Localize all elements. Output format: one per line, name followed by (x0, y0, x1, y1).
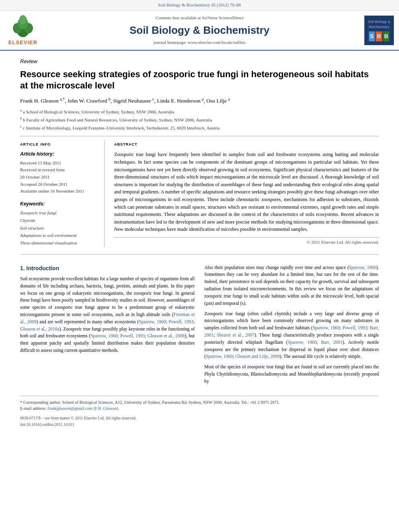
ref-gleason-lilje-2009[interactable]: Gleason and Lilje, 2009 (235, 354, 280, 359)
intro-paragraph-3: Zoosporic true fungi (often called chytr… (204, 310, 379, 361)
intro-right-text: Also their population sizes may change r… (204, 264, 379, 385)
intro-left-column: 1. Introduction Soil ecosystems provide … (20, 264, 195, 388)
issn-line: 0038-0717/$ – see front matter © 2011 El… (20, 415, 379, 421)
ref-sparrow-1960-6[interactable]: Sparrow, 1960 (206, 354, 233, 359)
abstract-label: abstract (114, 140, 379, 148)
keyword-4: Adaptations to soil environment (20, 232, 98, 239)
section-divider (20, 254, 379, 255)
journal-center-info: Contents lists available at SciVerse Sci… (41, 15, 358, 46)
elsevier-brand-text: ELSEVIER (8, 39, 37, 47)
keyword-3: Soil structure (20, 224, 98, 232)
intro-paragraph-1: Soil ecosystems provide excellent habita… (20, 275, 195, 354)
article-type: Review (20, 58, 379, 66)
article-info-abstract-section: article info Article history: Received 1… (20, 140, 379, 247)
keywords-heading: Keywords: (20, 201, 98, 207)
ref-sparrow-1960-5[interactable]: Sparrow, 1960 (288, 340, 317, 345)
affiliation-c: c c Institute of Microbiology, Leopold F… (20, 123, 379, 131)
journal-header: ELSEVIER Contents lists available at Sci… (0, 11, 399, 51)
affiliations: a a School of Biological Sciences, Unive… (20, 107, 379, 132)
journal-citation-text: Soil Biology & Biochemistry 45 (2012) 79… (158, 2, 241, 7)
sciverse-line: Contents lists available at SciVerse Sci… (41, 15, 358, 21)
keyword-2: Chytrids (20, 217, 98, 224)
copyright-line: © 2011 Elsevier Ltd. All rights reserved… (114, 237, 379, 246)
bottom-info: 0038-0717/$ – see front matter © 2011 El… (20, 415, 379, 428)
ref-powell-1993-1[interactable]: Powell, 1993 (169, 319, 193, 324)
ref-shearer-2007[interactable]: Shearer et al., 2007 (217, 333, 255, 337)
article-info-column: article info Article history: Received 1… (20, 140, 105, 247)
abstract-text: Zoosporic true fungi have frequently bee… (114, 151, 379, 233)
sciverse-text: Contents lists available at SciVerse Sci… (156, 15, 243, 20)
ref-sparrow-1960-1[interactable]: Sparrow, 1960 (139, 319, 166, 324)
ref-barr-2001-2[interactable]: Barr, 2001 (321, 340, 343, 345)
intro-paragraph-2: Also their population sizes may change r… (204, 264, 379, 307)
keywords-section: Keywords: Zoosporic true fungi Chytrids … (20, 201, 98, 247)
footnotes-section: * Corresponding author. School of Biolog… (20, 396, 379, 412)
intro-heading: 1. Introduction (20, 264, 195, 272)
intro-right-column: Also their population sizes may change r… (204, 264, 379, 388)
svg-point-5 (19, 15, 27, 24)
authors-text: Frank H. Gleason a,*, John W. Crawford b… (20, 98, 230, 104)
ref-sparrow-1960-3[interactable]: Sparrow, 1960 (349, 265, 376, 270)
affiliation-a: a a School of Biological Sciences, Unive… (20, 107, 379, 115)
email-link[interactable]: frankjgleason@gmail.com (F.H. Gleason). (47, 406, 119, 411)
abstract-column: abstract Zoosporic true fungi have frequ… (114, 140, 379, 247)
email-note: E-mail address: frankjgleason@gmail.com … (20, 405, 379, 412)
header-divider (20, 136, 379, 136)
ref-sparrow-1960-2[interactable]: Sparrow, 1960 (90, 333, 117, 338)
article-title: Resource seeking strategies of zoosporic… (20, 69, 379, 92)
ref-powell-1993-3[interactable]: Powell, 1993 (342, 325, 367, 330)
keyword-5: Three-dimensional visualisation (20, 239, 98, 247)
affiliation-b: b b Faculty of Agriculture Food and Natu… (20, 115, 379, 123)
keywords-list: Zoosporic true fungi Chytrids Soil struc… (20, 209, 98, 246)
received-date: Received 13 May 2011 (20, 160, 98, 167)
doi-line: doi:10.1016/j.soilbio.2011.10.011 (20, 421, 379, 428)
corresponding-author-note: * Corresponding author. School of Biolog… (20, 399, 379, 406)
article-info-label: article info (20, 140, 98, 148)
journal-logo-box: Soil Biology & Biochemistry S B B (364, 15, 394, 45)
journal-homepage: journal homepage: www.elsevier.com/locat… (41, 39, 358, 46)
intro-left-text: Soil ecosystems provide excellent habita… (20, 275, 195, 354)
ref-gleason-2008[interactable]: Gleason et al., 2008 (147, 333, 185, 338)
received-revised-date: Received in revised formReceived in revi… (20, 166, 98, 181)
ref-gleason-2010a[interactable]: Gleason et al., 2010a (20, 327, 59, 331)
history-heading: Article history: (20, 151, 98, 158)
abstract-paragraph: Zoosporic true fungi have frequently bee… (114, 151, 379, 233)
journal-logo-right: Soil Biology & Biochemistry S B B (358, 15, 394, 45)
elsevier-logo: ELSEVIER (5, 14, 41, 47)
email-label: E-mail address: (20, 406, 47, 411)
intro-paragraph-4: Most of the species of zoosporic true fu… (204, 364, 379, 385)
available-date: Available online 10 November 2011 (20, 188, 98, 195)
elsevier-tree-icon (9, 14, 37, 38)
page-content: Review Resource seeking strategies of zo… (0, 58, 399, 428)
journal-title: Soil Biology & Biochemistry (41, 23, 358, 38)
journal-citation-line: Soil Biology & Biochemistry 45 (2012) 79… (0, 0, 399, 11)
introduction-section: 1. Introduction Soil ecosystems provide … (20, 264, 379, 388)
article-history: Article history: Received 13 May 2011 Re… (20, 151, 98, 195)
authors-line: Frank H. Gleason a,*, John W. Crawford b… (20, 97, 379, 105)
accepted-date: Accepted 26 October 2011 (20, 181, 98, 188)
ref-sparrow-1960-4[interactable]: Sparrow, 1960 (313, 325, 339, 330)
keyword-1: Zoosporic true fungi (20, 209, 98, 217)
ref-powell-1993-2[interactable]: Powell, 1993 (120, 333, 145, 338)
